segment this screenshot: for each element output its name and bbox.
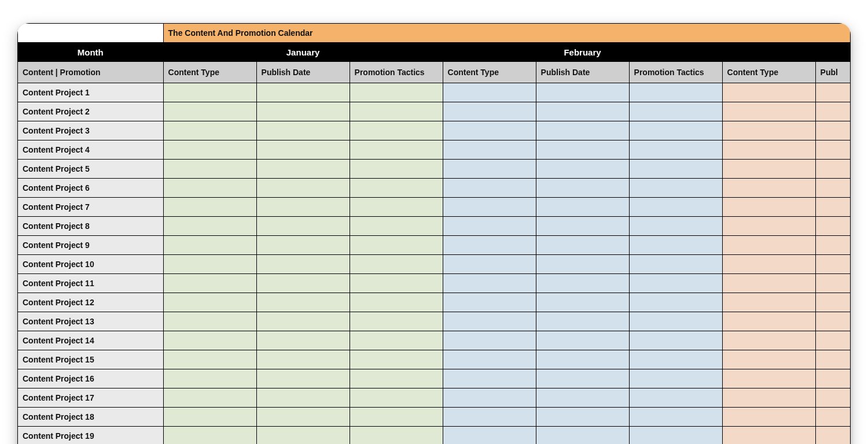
data-cell[interactable] — [256, 179, 350, 198]
data-cell[interactable] — [350, 217, 443, 236]
data-cell[interactable] — [815, 369, 850, 388]
row-label[interactable]: Content Project 8 — [18, 217, 164, 236]
col-content-type-feb[interactable]: Content Type — [443, 62, 536, 83]
data-cell[interactable] — [443, 427, 536, 445]
data-cell[interactable] — [629, 255, 722, 274]
data-cell[interactable] — [629, 331, 722, 350]
data-cell[interactable] — [350, 350, 443, 369]
data-cell[interactable] — [163, 198, 256, 217]
data-cell[interactable] — [722, 293, 815, 312]
data-cell[interactable] — [163, 160, 256, 179]
data-cell[interactable] — [256, 198, 350, 217]
col-content-type-jan[interactable]: Content Type — [163, 62, 256, 83]
data-cell[interactable] — [443, 350, 536, 369]
data-cell[interactable] — [722, 198, 815, 217]
data-cell[interactable] — [722, 369, 815, 388]
title-blank-cell[interactable] — [18, 24, 164, 43]
data-cell[interactable] — [443, 369, 536, 388]
data-cell[interactable] — [722, 427, 815, 445]
data-cell[interactable] — [815, 198, 850, 217]
data-cell[interactable] — [443, 331, 536, 350]
data-cell[interactable] — [815, 160, 850, 179]
col-publish-date-feb[interactable]: Publish Date — [536, 62, 629, 83]
month-january[interactable]: January — [163, 43, 443, 62]
row-label[interactable]: Content Project 9 — [18, 236, 164, 255]
data-cell[interactable] — [256, 140, 350, 160]
data-cell[interactable] — [536, 255, 629, 274]
month-february[interactable]: February — [443, 43, 722, 62]
data-cell[interactable] — [722, 312, 815, 331]
row-label[interactable]: Content Project 12 — [18, 293, 164, 312]
data-cell[interactable] — [629, 408, 722, 427]
data-cell[interactable] — [163, 312, 256, 331]
data-cell[interactable] — [815, 331, 850, 350]
col-promo-tactics-jan[interactable]: Promotion Tactics — [350, 62, 443, 83]
data-cell[interactable] — [815, 236, 850, 255]
data-cell[interactable] — [443, 121, 536, 140]
data-cell[interactable] — [722, 83, 815, 102]
row-label[interactable]: Content Project 2 — [18, 102, 164, 121]
col-content-type-mar[interactable]: Content Type — [722, 62, 815, 83]
data-cell[interactable] — [256, 255, 350, 274]
data-cell[interactable] — [163, 274, 256, 293]
data-cell[interactable] — [815, 312, 850, 331]
data-cell[interactable] — [536, 293, 629, 312]
row-label[interactable]: Content Project 17 — [18, 388, 164, 408]
row-label[interactable]: Content Project 13 — [18, 312, 164, 331]
data-cell[interactable] — [536, 369, 629, 388]
data-cell[interactable] — [443, 236, 536, 255]
data-cell[interactable] — [536, 140, 629, 160]
calendar-table[interactable]: The Content And Promotion Calendar Month… — [17, 23, 851, 444]
data-cell[interactable] — [815, 217, 850, 236]
row-label[interactable]: Content Project 1 — [18, 83, 164, 102]
data-cell[interactable] — [163, 350, 256, 369]
data-cell[interactable] — [722, 160, 815, 179]
col-promo-tactics-feb[interactable]: Promotion Tactics — [629, 62, 722, 83]
data-cell[interactable] — [815, 388, 850, 408]
data-cell[interactable] — [536, 274, 629, 293]
data-cell[interactable] — [536, 312, 629, 331]
data-cell[interactable] — [536, 408, 629, 427]
data-cell[interactable] — [443, 179, 536, 198]
data-cell[interactable] — [536, 102, 629, 121]
data-cell[interactable] — [536, 331, 629, 350]
data-cell[interactable] — [256, 331, 350, 350]
data-cell[interactable] — [722, 408, 815, 427]
data-cell[interactable] — [163, 331, 256, 350]
data-cell[interactable] — [629, 217, 722, 236]
data-cell[interactable] — [722, 179, 815, 198]
data-cell[interactable] — [815, 255, 850, 274]
row-label[interactable]: Content Project 4 — [18, 140, 164, 160]
data-cell[interactable] — [722, 217, 815, 236]
month-label-cell[interactable]: Month — [18, 43, 164, 62]
data-cell[interactable] — [536, 160, 629, 179]
data-cell[interactable] — [629, 293, 722, 312]
data-cell[interactable] — [536, 217, 629, 236]
data-cell[interactable] — [722, 140, 815, 160]
data-cell[interactable] — [256, 369, 350, 388]
data-cell[interactable] — [163, 408, 256, 427]
data-cell[interactable] — [350, 408, 443, 427]
data-cell[interactable] — [350, 236, 443, 255]
data-cell[interactable] — [350, 388, 443, 408]
data-cell[interactable] — [350, 274, 443, 293]
data-cell[interactable] — [815, 274, 850, 293]
data-cell[interactable] — [722, 102, 815, 121]
data-cell[interactable] — [629, 102, 722, 121]
data-cell[interactable] — [256, 217, 350, 236]
data-cell[interactable] — [350, 179, 443, 198]
row-label[interactable]: Content Project 3 — [18, 121, 164, 140]
data-cell[interactable] — [536, 236, 629, 255]
data-cell[interactable] — [443, 83, 536, 102]
row-label[interactable]: Content Project 7 — [18, 198, 164, 217]
row-label[interactable]: Content Project 14 — [18, 331, 164, 350]
data-cell[interactable] — [629, 83, 722, 102]
data-cell[interactable] — [722, 331, 815, 350]
data-cell[interactable] — [722, 388, 815, 408]
data-cell[interactable] — [815, 83, 850, 102]
data-cell[interactable] — [815, 293, 850, 312]
data-cell[interactable] — [163, 83, 256, 102]
page-title[interactable]: The Content And Promotion Calendar — [163, 24, 850, 43]
data-cell[interactable] — [256, 427, 350, 445]
data-cell[interactable] — [443, 255, 536, 274]
